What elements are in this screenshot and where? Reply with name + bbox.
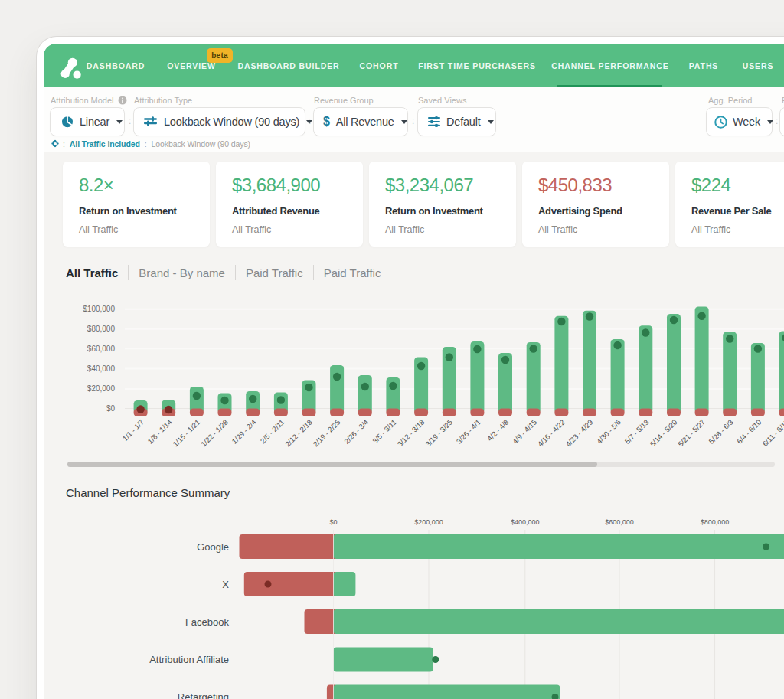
svg-text:$0: $0 [106, 404, 116, 413]
svg-text:Google: Google [197, 541, 229, 553]
svg-text:4/16 - 4/22: 4/16 - 4/22 [536, 418, 567, 449]
svg-text:4/2 - 4/8: 4/2 - 4/8 [485, 418, 510, 443]
svg-text:Facebook: Facebook [185, 616, 230, 628]
svg-text:1/22 - 1/28: 1/22 - 1/28 [199, 418, 230, 449]
svg-text:2/12 - 2/18: 2/12 - 2/18 [283, 418, 314, 449]
svg-text:5/28 - 6/3: 5/28 - 6/3 [707, 418, 734, 446]
svg-text:3/26 - 4/1: 3/26 - 4/1 [455, 418, 482, 446]
svg-text:$0: $0 [329, 518, 337, 526]
svg-text:$200,000: $200,000 [414, 518, 443, 526]
svg-text:1/29 - 2/4: 1/29 - 2/4 [230, 418, 257, 446]
svg-text:$40,000: $40,000 [87, 364, 116, 373]
svg-text:$80,000: $80,000 [87, 325, 116, 333]
svg-text:$20,000: $20,000 [87, 384, 116, 393]
svg-text:$600,000: $600,000 [605, 518, 634, 526]
svg-text:$800,000: $800,000 [701, 518, 730, 526]
svg-text:Retargeting: Retargeting [178, 691, 229, 699]
svg-text:Attribution Affiliate: Attribution Affiliate [149, 654, 229, 665]
svg-text:3/12 - 3/18: 3/12 - 3/18 [396, 418, 426, 449]
svg-text:5/7 - 5/13: 5/7 - 5/13 [623, 418, 651, 446]
svg-text:6/11 - 6/17: 6/11 - 6/17 [761, 418, 784, 448]
svg-text:X: X [222, 579, 229, 590]
svg-text:3/5 - 3/11: 3/5 - 3/11 [371, 418, 398, 446]
svg-text:1/15 - 1/21: 1/15 - 1/21 [171, 418, 201, 449]
svg-text:5/21 - 5/27: 5/21 - 5/27 [676, 418, 707, 449]
svg-text:6/4 - 6/10: 6/4 - 6/10 [735, 418, 763, 446]
svg-text:4/23 - 4/29: 4/23 - 4/29 [564, 418, 595, 449]
svg-text:$100,000: $100,000 [83, 305, 115, 313]
svg-text:$400,000: $400,000 [511, 518, 540, 526]
svg-text:5/14 - 5/20: 5/14 - 5/20 [648, 418, 679, 449]
svg-text:4/9 - 4/15: 4/9 - 4/15 [511, 418, 538, 446]
svg-text:2/5 - 2/11: 2/5 - 2/11 [259, 418, 286, 446]
svg-text:2/19 - 2/25: 2/19 - 2/25 [312, 418, 342, 449]
svg-text:2/26 - 3/4: 2/26 - 3/4 [342, 418, 370, 446]
svg-text:$60,000: $60,000 [87, 345, 116, 353]
svg-text:4/30 - 5/6: 4/30 - 5/6 [595, 418, 622, 446]
svg-text:1/1 - 1/7: 1/1 - 1/7 [121, 418, 145, 443]
svg-text:1/8 - 1/14: 1/8 - 1/14 [145, 418, 173, 446]
svg-text:3/19 - 3/25: 3/19 - 3/25 [423, 418, 454, 449]
